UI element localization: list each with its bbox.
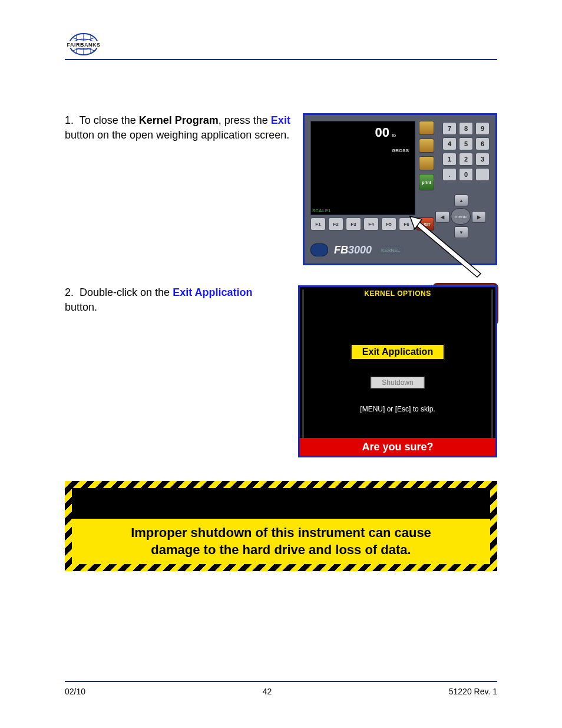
confirm-bar: Are you sure? [300, 438, 495, 456]
weighing-display: 00 lb GROSS SCALE1 [310, 121, 415, 215]
page-footer: 02/10 42 51220 Rev. 1 [65, 681, 497, 696]
print-button[interactable]: print [419, 174, 434, 190]
key-3[interactable]: 3 [475, 153, 490, 166]
brand-badge-icon [310, 243, 328, 256]
step-1-row: 1. To close the Kernel Program, press th… [65, 113, 497, 265]
fairbanks-logo: FAIRBANKS [65, 31, 103, 58]
svg-text:FAIRBANKS: FAIRBANKS [67, 42, 100, 48]
key-6[interactable]: 6 [475, 137, 490, 150]
warning-black-bar [72, 488, 490, 519]
function-key-row: F1 F2 F3 F4 F5 F6 EXIT [310, 218, 434, 230]
key-dot[interactable]: . [442, 168, 457, 181]
exit-application-link: Exit Application [173, 286, 252, 298]
device-brand-row: FB3000 KERNEL [310, 243, 404, 256]
scale-label: SCALE1 [312, 208, 331, 213]
step-2-number: 2. [65, 286, 74, 298]
key-4[interactable]: 4 [442, 137, 457, 150]
side-button-3[interactable] [419, 156, 434, 170]
step-2-row: 2. Double-click on the Exit Application … [65, 285, 497, 457]
kernel-options-screenshot: KERNEL OPTIONS Exit Application Shutdown… [298, 285, 497, 457]
manual-page: FAIRBANKS 1. To close the Kernel Program… [0, 0, 562, 728]
key-2[interactable]: 2 [459, 153, 473, 166]
exit-highlight: Exit [271, 114, 290, 126]
footer-page-number: 42 [263, 687, 272, 696]
key-blank[interactable] [475, 168, 490, 181]
dpad: ▲ ▼ ◀ ▶ menu [435, 195, 486, 238]
key-9[interactable]: 9 [475, 122, 490, 135]
footer-date: 02/10 [65, 687, 85, 696]
kernel-options-title: KERNEL OPTIONS [300, 289, 495, 298]
key-5[interactable]: 5 [459, 137, 473, 150]
key-7[interactable]: 7 [442, 122, 457, 135]
f5-key[interactable]: F5 [381, 218, 396, 230]
skip-hint: [MENU] or [Esc] to skip. [300, 405, 495, 413]
warning-box: Improper shutdown of this instrument can… [65, 481, 497, 571]
exit-application-button[interactable]: Exit Application [351, 344, 445, 360]
key-8[interactable]: 8 [459, 122, 473, 135]
weight-readout: 00 lb GROSS [375, 125, 409, 156]
step-2-text: 2. Double-click on the Exit Application … [65, 285, 286, 315]
fb3000-screenshot: 00 lb GROSS SCALE1 print 7 8 9 4 5 [303, 113, 497, 265]
numeric-keypad: 7 8 9 4 5 6 1 2 3 . 0 [442, 122, 490, 181]
device-model: FB3000 [334, 244, 372, 256]
side-button-column: print [419, 121, 434, 190]
key-1[interactable]: 1 [442, 153, 457, 166]
f1-key[interactable]: F1 [310, 218, 326, 230]
f2-key[interactable]: F2 [328, 218, 343, 230]
side-button-1[interactable] [419, 121, 434, 135]
footer-docref: 51220 Rev. 1 [449, 687, 497, 696]
f6-key[interactable]: F6 [399, 218, 414, 230]
kernel-program-term: Kernel Program [139, 114, 219, 126]
menu-button[interactable]: menu [451, 208, 471, 225]
key-0[interactable]: 0 [459, 168, 473, 181]
f3-key[interactable]: F3 [346, 218, 361, 230]
step-1-text: 1. To close the Kernel Program, press th… [65, 113, 291, 265]
warning-text: Improper shutdown of this instrument can… [72, 519, 490, 564]
page-header: FAIRBANKS [65, 24, 497, 60]
step-1-number: 1. [65, 114, 74, 126]
exit-key[interactable]: EXIT [416, 218, 434, 230]
f4-key[interactable]: F4 [363, 218, 379, 230]
side-button-2[interactable] [419, 139, 434, 153]
kernel-pill: KERNEL [378, 246, 404, 254]
shutdown-button[interactable]: Shutdown [371, 377, 424, 388]
